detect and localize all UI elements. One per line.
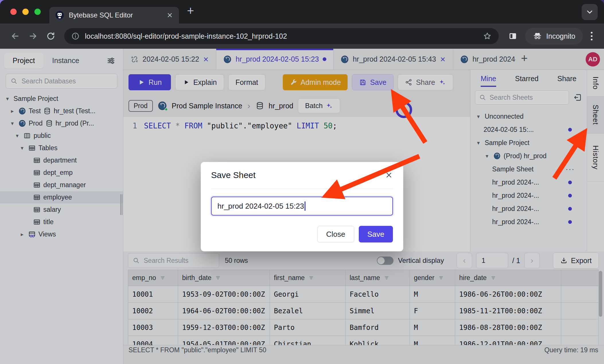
sheet-item[interactable]: 2024-02-05 15:...: [470, 123, 587, 136]
table-cell[interactable]: 10001: [128, 286, 178, 303]
page-input[interactable]: [476, 253, 508, 268]
export-button[interactable]: Export: [553, 253, 599, 269]
sheet-item[interactable]: hr_prod 2024-...: [470, 176, 587, 189]
editor-tab-2[interactable]: hr_prod 2024-02-05 15:43: [334, 49, 453, 70]
run-button[interactable]: Run: [128, 74, 171, 90]
table-cell[interactable]: 10004: [128, 336, 178, 345]
avatar[interactable]: AD: [586, 52, 600, 66]
sheet-item[interactable]: ▾Sample Project: [470, 136, 587, 149]
column-header-birth_date[interactable]: birth_date: [178, 270, 270, 286]
tree-item-prod[interactable]: ▾Prodhr_prod (Pr...: [0, 117, 123, 130]
tree-item-tables[interactable]: ▾Tables: [0, 142, 123, 154]
share-button[interactable]: Share: [398, 74, 453, 90]
table-cell[interactable]: Facello: [346, 286, 410, 303]
prev-page-button[interactable]: ‹: [457, 253, 472, 268]
minimize-window-button[interactable]: [22, 9, 29, 15]
table-cell[interactable]: M: [410, 319, 455, 336]
table-cell[interactable]: 10002: [128, 303, 178, 319]
column-header-emp_no[interactable]: emp_no: [128, 270, 178, 286]
table-row[interactable]: 100031959-12-03T00:00:00ZPartoBamfordM19…: [128, 319, 599, 336]
table-cell[interactable]: 1986-12-01T00:00:00Z: [455, 336, 561, 345]
table-cell[interactable]: 1954-05-01T00:00:00Z: [178, 336, 270, 345]
explain-button[interactable]: Explain: [175, 74, 224, 90]
sheet-panel-tab-starred[interactable]: Starred: [515, 75, 539, 87]
close-window-button[interactable]: [10, 9, 17, 15]
table-cell[interactable]: 1985-11-21T00:00:00Z: [455, 303, 561, 319]
browser-tab[interactable]: Bytebase SQL Editor: [49, 7, 179, 24]
site-info-icon[interactable]: [71, 32, 80, 40]
table-cell[interactable]: Chirstian: [270, 336, 346, 345]
tab-search-button[interactable]: [582, 4, 598, 20]
tree-collapse-arrow[interactable]: ▸: [19, 231, 26, 238]
sheet-panel-tab-mine[interactable]: Mine: [481, 75, 496, 87]
bookmark-star-icon[interactable]: [483, 32, 492, 41]
table-scrollbar[interactable]: [599, 271, 602, 345]
tree-item-sample-project[interactable]: ▾Sample Project: [0, 93, 123, 105]
sheet-item[interactable]: hr_prod 2024-...: [470, 215, 587, 228]
tree-item-salary[interactable]: salary: [0, 203, 123, 216]
strip-tab-info[interactable]: Info: [587, 70, 604, 96]
table-cell[interactable]: 1986-06-26T00:00:00Z: [455, 286, 561, 303]
side-panel-icon[interactable]: [508, 31, 518, 41]
tree-item-employee[interactable]: employee: [0, 191, 123, 203]
table-cell[interactable]: Simmel: [346, 303, 410, 319]
column-header-hire_date[interactable]: hire_date: [455, 270, 561, 286]
column-header-gender[interactable]: gender: [410, 270, 455, 286]
table-cell[interactable]: 1959-12-03T00:00:00Z: [178, 319, 270, 336]
table-row[interactable]: 100041954-05-01T00:00:00ZChirstianKoblic…: [128, 336, 599, 345]
tree-expand-arrow[interactable]: ▾: [484, 153, 490, 159]
tree-expand-arrow[interactable]: ▾: [475, 113, 482, 120]
save-button[interactable]: Save: [352, 74, 393, 90]
browser-menu-icon[interactable]: [590, 32, 593, 40]
tree-item-public[interactable]: ▾public: [0, 130, 123, 142]
batch-button[interactable]: Batch: [298, 98, 340, 113]
editor-tab-3[interactable]: hr_prod 2024-0: [453, 49, 516, 70]
database-search-input[interactable]: [22, 77, 113, 85]
table-cell[interactable]: Bamford: [346, 319, 410, 336]
table-cell[interactable]: Parto: [270, 319, 346, 336]
collapse-panel-icon[interactable]: [573, 93, 582, 102]
table-row[interactable]: 100021964-06-02T00:00:00ZBezalelSimmelF1…: [128, 303, 599, 319]
tree-expand-arrow[interactable]: ▾: [19, 145, 26, 151]
next-page-button[interactable]: ›: [524, 253, 540, 268]
sheet-item[interactable]: hr_prod 2024-...: [470, 189, 587, 202]
column-header-last_name[interactable]: last_name: [346, 270, 410, 286]
sidebar-tab-instance[interactable]: Instance: [44, 53, 88, 69]
table-cell[interactable]: 1964-06-02T00:00:00Z: [178, 303, 270, 319]
strip-tab-sheet[interactable]: Sheet: [587, 96, 604, 134]
sheet-panel-tab-share[interactable]: Share: [557, 75, 576, 87]
tree-expand-arrow[interactable]: ▾: [475, 140, 482, 146]
sheet-search-input[interactable]: [490, 94, 565, 101]
table-cell[interactable]: M: [410, 336, 455, 345]
sheet-item[interactable]: hr_prod 2024-...: [470, 202, 587, 215]
vertical-display-toggle[interactable]: [377, 257, 393, 265]
tree-item-title[interactable]: title: [0, 216, 123, 228]
new-sheet-tab-button[interactable]: +: [516, 52, 533, 66]
back-icon[interactable]: [10, 31, 20, 41]
tab-close-icon[interactable]: [203, 56, 209, 62]
tab-close-icon[interactable]: [440, 56, 446, 62]
results-search-input[interactable]: [144, 257, 215, 265]
format-button[interactable]: Format: [228, 74, 265, 90]
modal-close-button[interactable]: Close: [317, 226, 354, 242]
database-search[interactable]: [6, 74, 117, 89]
editor-tab-1[interactable]: hr_prod 2024-02-05 15:23: [216, 49, 334, 70]
sheet-item[interactable]: ▾(Prod) hr_prod: [470, 149, 587, 163]
sheet-name-input[interactable]: hr_prod 2024-02-05 15:23: [211, 197, 393, 216]
column-header-first_name[interactable]: first_name: [270, 270, 346, 286]
forward-icon[interactable]: [28, 31, 38, 41]
table-cell[interactable]: F: [410, 303, 455, 319]
sheet-item[interactable]: ▾Unconnected: [470, 110, 587, 123]
sidebar-resizer[interactable]: [120, 194, 122, 215]
filter-sliders-icon[interactable]: [106, 56, 116, 65]
item-menu-icon[interactable]: ···: [566, 165, 575, 174]
table-cell[interactable]: M: [410, 286, 455, 303]
database-name[interactable]: hr_prod: [269, 102, 293, 110]
modal-save-button[interactable]: Save: [359, 226, 393, 242]
results-table[interactable]: emp_nobirth_datefirst_namelast_namegende…: [128, 270, 599, 345]
url-bar[interactable]: localhost:8080/sql-editor/prod-sample-in…: [64, 28, 499, 44]
table-cell[interactable]: Bezalel: [270, 303, 346, 319]
strip-tab-history[interactable]: History: [587, 134, 604, 182]
tab-close-icon[interactable]: [166, 12, 173, 19]
sheet-item[interactable]: Sample Sheet···: [470, 163, 587, 176]
